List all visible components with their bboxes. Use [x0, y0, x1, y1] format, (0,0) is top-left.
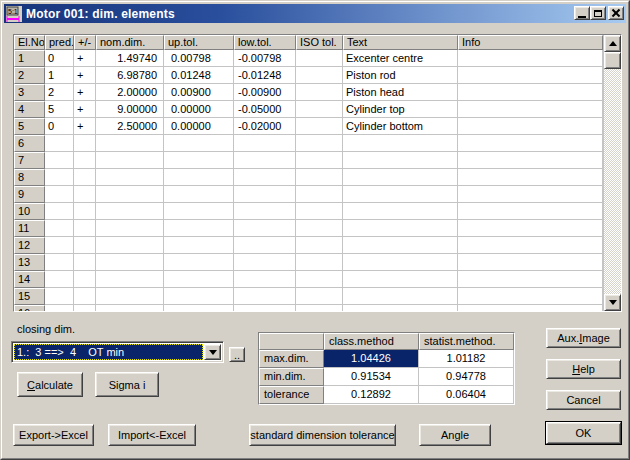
grid-cell[interactable]	[343, 237, 458, 254]
grid-cell[interactable]	[296, 271, 343, 288]
row-header-9[interactable]: 9	[14, 186, 45, 203]
column-header-predel[interactable]: pred.el.	[45, 35, 74, 50]
row-header-13[interactable]: 13	[14, 254, 45, 271]
row-header-10[interactable]: 10	[14, 203, 45, 220]
row-header-4[interactable]: 4	[14, 101, 45, 118]
grid-cell[interactable]: 0.01248	[164, 67, 234, 84]
grid-cell[interactable]	[74, 135, 96, 152]
grid-cell[interactable]	[296, 203, 343, 220]
grid-cell[interactable]: +	[74, 67, 96, 84]
grid-cell[interactable]: Piston rod	[343, 67, 458, 84]
grid-cell[interactable]	[164, 288, 234, 305]
column-header-isotol[interactable]: ISO tol.	[296, 35, 343, 50]
grid-cell[interactable]	[96, 203, 164, 220]
grid-cell[interactable]: 0.00000	[164, 118, 234, 135]
column-header-nomdim[interactable]: nom.dim.	[96, 35, 164, 50]
grid-cell[interactable]	[458, 186, 603, 203]
grid-cell[interactable]	[296, 118, 343, 135]
grid-cell[interactable]: -0.00798	[234, 50, 296, 67]
grid-cell[interactable]	[96, 220, 164, 237]
column-header-text[interactable]: Text	[343, 35, 458, 50]
row-header-15[interactable]: 15	[14, 288, 45, 305]
grid-cell[interactable]	[164, 135, 234, 152]
grid-cell[interactable]: 2.00000	[96, 84, 164, 101]
row-header-3[interactable]: 3	[14, 84, 45, 101]
grid-cell[interactable]	[164, 271, 234, 288]
grid-cell[interactable]: 2.50000	[96, 118, 164, 135]
grid-cell[interactable]	[234, 288, 296, 305]
grid-cell[interactable]: 1.49740	[96, 50, 164, 67]
scroll-up-button[interactable]	[604, 35, 621, 52]
grid-cell[interactable]	[96, 135, 164, 152]
grid-cell[interactable]	[96, 305, 164, 311]
grid-cell[interactable]	[74, 220, 96, 237]
grid-cell[interactable]: 0	[45, 50, 74, 67]
grid-cell[interactable]	[458, 169, 603, 186]
grid-cell[interactable]	[343, 203, 458, 220]
grid-cell[interactable]	[296, 237, 343, 254]
row-header-16[interactable]: 16	[14, 305, 45, 311]
grid-cell[interactable]	[343, 152, 458, 169]
grid-cell[interactable]	[164, 237, 234, 254]
scroll-down-button[interactable]	[604, 294, 621, 311]
grid-cell[interactable]	[234, 237, 296, 254]
grid-cell[interactable]	[45, 152, 74, 169]
grid-cell[interactable]	[458, 84, 603, 101]
grid-cell[interactable]: 9.00000	[96, 101, 164, 118]
grid-cell[interactable]: Cylinder top	[343, 101, 458, 118]
grid-cell[interactable]: 6.98780	[96, 67, 164, 84]
grid-cell[interactable]	[96, 169, 164, 186]
grid-cell[interactable]: -0.05000	[234, 101, 296, 118]
scrollbar-thumb[interactable]	[604, 52, 621, 69]
ok-button[interactable]: OK	[546, 422, 621, 444]
grid-cell[interactable]	[164, 220, 234, 237]
results-cell-maxdim-statist[interactable]: 1.01182	[419, 350, 514, 368]
grid-cell[interactable]	[96, 152, 164, 169]
grid-cell[interactable]	[296, 220, 343, 237]
grid-cell[interactable]	[296, 67, 343, 84]
grid-cell[interactable]	[296, 84, 343, 101]
grid-cell[interactable]: Piston head	[343, 84, 458, 101]
calculate-button[interactable]: Calculate	[17, 372, 83, 397]
grid-cell[interactable]	[234, 152, 296, 169]
grid-cell[interactable]: +	[74, 84, 96, 101]
grid-cell[interactable]	[45, 288, 74, 305]
grid-cell[interactable]	[458, 220, 603, 237]
grid-cell[interactable]	[164, 203, 234, 220]
grid-cell[interactable]	[74, 254, 96, 271]
grid-cell[interactable]	[96, 271, 164, 288]
grid-cell[interactable]	[74, 271, 96, 288]
grid-cell[interactable]	[296, 152, 343, 169]
grid-cell[interactable]	[74, 152, 96, 169]
grid-cell[interactable]	[45, 271, 74, 288]
grid-cell[interactable]	[458, 101, 603, 118]
grid-cell[interactable]	[343, 135, 458, 152]
row-header-11[interactable]: 11	[14, 220, 45, 237]
minimize-button[interactable]	[574, 6, 590, 20]
results-cell-mindim-class[interactable]: 0.91534	[324, 368, 419, 386]
maximize-button[interactable]	[590, 6, 606, 20]
grid-cell[interactable]	[234, 220, 296, 237]
grid-cell[interactable]	[458, 203, 603, 220]
grid-cell[interactable]	[458, 237, 603, 254]
grid-cell[interactable]: -0.00900	[234, 84, 296, 101]
grid-cell[interactable]	[296, 305, 343, 311]
column-header-[interactable]: +/-	[74, 35, 96, 50]
grid-cell[interactable]	[343, 169, 458, 186]
grid-cell[interactable]	[458, 254, 603, 271]
grid-cell[interactable]	[343, 271, 458, 288]
grid-cell[interactable]	[296, 135, 343, 152]
grid-cell[interactable]	[343, 220, 458, 237]
grid-cell[interactable]	[234, 135, 296, 152]
grid-cell[interactable]: 0	[45, 118, 74, 135]
grid-cell[interactable]	[234, 186, 296, 203]
grid-cell[interactable]	[343, 305, 458, 311]
grid-cell[interactable]	[296, 169, 343, 186]
row-header-8[interactable]: 8	[14, 169, 45, 186]
grid-cell[interactable]	[234, 169, 296, 186]
grid-cell[interactable]	[296, 186, 343, 203]
grid-cell[interactable]: -0.01248	[234, 67, 296, 84]
grid-cell[interactable]	[45, 220, 74, 237]
column-header-elno[interactable]: El.No	[14, 35, 45, 50]
grid-cell[interactable]: 2	[45, 84, 74, 101]
